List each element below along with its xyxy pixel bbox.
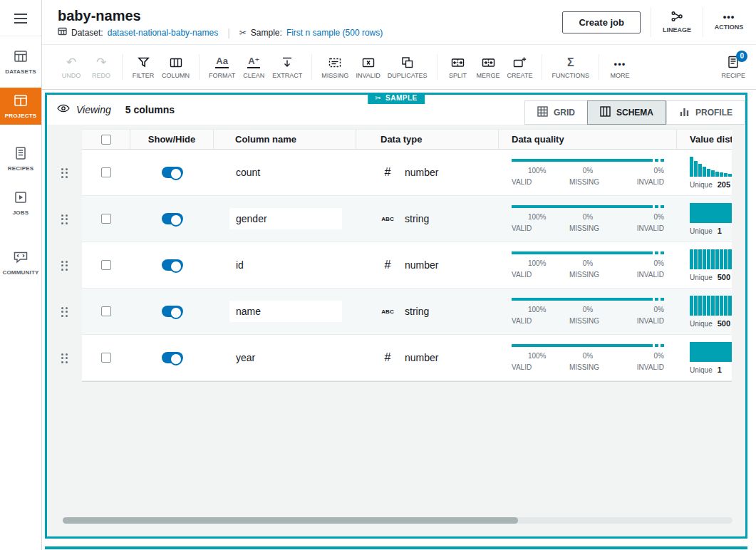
split-button[interactable]: SPLIT [443,56,473,79]
sidebar-item-jobs[interactable]: JOBS [0,185,41,222]
column-name-field[interactable]: count [229,162,342,183]
profile-icon [679,106,690,119]
sample-badge[interactable]: ✂ SAMPLE [368,93,425,104]
lineage-button[interactable]: LINEAGE [661,11,693,33]
row-drag-handle[interactable] [47,196,82,242]
value-distribution-histogram [690,342,732,362]
hamburger-menu-icon[interactable] [0,0,41,36]
header-show-hide: Show/Hide [130,130,214,149]
more-button[interactable]: ••• MORE [605,56,635,79]
sidebar-item-community[interactable]: COMMUNITY [0,244,41,281]
horizontal-scrollbar-thumb[interactable] [63,517,518,524]
tool-label: CREATE [507,72,533,79]
value-distribution-histogram [690,296,732,316]
column-button[interactable]: COLUMN [158,56,193,79]
project-title: baby-names [58,8,383,24]
show-hide-toggle[interactable] [162,167,183,178]
missing-button[interactable]: MISSING [318,56,352,79]
extract-button[interactable]: EXTRACT [269,56,306,79]
dataset-link[interactable]: dataset-national-baby-names [108,28,218,38]
tab-label: PROFILE [695,108,732,118]
functions-button[interactable]: Σ FUNCTIONS [548,56,593,79]
create-column-button[interactable]: CREATE [504,56,537,79]
column-name-field[interactable]: id [229,254,342,276]
row-checkbox[interactable] [101,353,111,363]
schema-content: Show/Hide Column name Data type Data qua… [47,125,745,536]
value-distribution-histogram [690,203,732,223]
lineage-icon [670,11,683,24]
row-checkbox[interactable] [101,306,111,316]
recipe-count-badge: 0 [736,51,747,62]
tool-label: RECIPE [721,72,745,79]
functions-icon: Σ [567,56,574,68]
show-hide-toggle[interactable] [162,306,183,317]
unique-count: Unique500 [690,319,730,328]
divider [542,54,542,80]
divider [599,54,599,80]
table-row: name ABC string 100%0%0% VALIDMISSINGINV… [82,289,732,335]
row-drag-handle[interactable] [47,150,82,196]
projects-icon [14,93,28,109]
split-icon [451,56,465,68]
undo-button[interactable]: ↶ UNDO [56,56,86,79]
sidebar-item-label: RECIPES [8,165,34,172]
create-job-button[interactable]: Create job [562,11,641,33]
data-quality-labels: VALIDMISSINGINVALID [512,363,664,371]
show-hide-toggle[interactable] [162,213,183,224]
horizontal-scrollbar-track[interactable] [63,517,732,524]
invalid-button[interactable]: INVALID [352,56,383,79]
sidebar-item-label: PROJECTS [5,113,37,119]
row-drag-handle[interactable] [47,289,82,335]
row-checkbox[interactable] [101,167,111,177]
sidebar-item-label: JOBS [13,209,29,216]
sample-link[interactable]: First n sample (500 rows) [286,28,383,38]
header-data-quality: Data quality [499,130,677,149]
tab-profile[interactable]: PROFILE [666,100,745,125]
unique-count: Unique205 [690,180,730,189]
tool-label: FILTER [133,72,154,79]
row-drag-handle[interactable] [47,242,82,289]
data-quality-labels: VALIDMISSINGINVALID [512,224,664,232]
dataset-icon [58,27,67,38]
row-checkbox[interactable] [101,214,111,224]
row-checkbox[interactable] [101,260,111,270]
header-value-distribution: Value distribution [677,130,732,149]
divider [437,54,437,80]
column-name-field[interactable]: year [229,347,342,368]
eye-icon [57,103,70,116]
duplicates-icon [401,56,414,68]
column-name-field[interactable]: gender [229,208,342,229]
row-drag-handle[interactable] [47,335,82,381]
tool-label: MERGE [477,72,500,79]
duplicates-button[interactable]: DUPLICATES [384,56,431,79]
tab-schema[interactable]: SCHEMA [587,100,666,125]
merge-button[interactable]: MERGE [473,56,504,79]
column-name-field[interactable]: name [229,301,342,322]
recipe-button[interactable]: 0 RECIPE [718,56,749,79]
sidebar-item-datasets[interactable]: DATASETS [0,43,41,81]
divider [199,54,200,80]
sidebar-item-recipes[interactable]: RECIPES [0,140,41,177]
show-hide-toggle[interactable] [162,259,183,271]
tool-label: REDO [92,72,110,79]
data-type-label: number [405,259,438,271]
divider [311,54,312,80]
tool-label: CLEAN [243,72,264,79]
bottom-accent-bar [45,546,747,549]
actions-button[interactable]: ••• ACTIONS [713,14,745,31]
select-all-checkbox[interactable] [101,135,111,145]
number-type-icon: # [379,351,396,364]
tab-grid[interactable]: GRID [524,100,587,125]
invalid-icon [362,56,375,68]
filter-button[interactable]: FILTER [128,56,158,79]
format-button[interactable]: Aa FORMAT [205,56,239,79]
sidebar: DATASETS PROJECTS RECIPES JOBS COMMUNITY [0,0,42,550]
show-hide-toggle[interactable] [162,352,183,363]
redo-button[interactable]: ↷ REDO [86,56,116,79]
clean-button[interactable]: A⁺ CLEAN [239,56,269,79]
sidebar-item-projects[interactable]: PROJECTS [0,88,41,125]
data-quality-percentages: 100%0%0% [512,213,664,221]
extract-icon [281,56,294,68]
merge-icon [482,56,495,68]
tool-label: COLUMN [162,72,190,79]
